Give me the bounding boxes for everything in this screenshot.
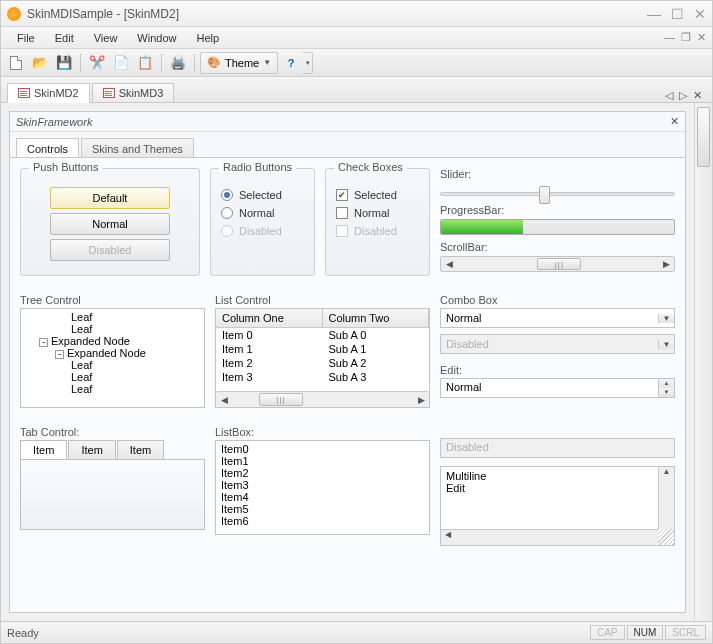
scrollbar-right-button[interactable]: ▶: [658, 259, 674, 269]
menu-view[interactable]: View: [84, 32, 128, 44]
spin-up[interactable]: ▲: [659, 379, 674, 388]
minimize-button[interactable]: —: [647, 7, 661, 21]
slider-thumb[interactable]: [539, 186, 550, 204]
print-button[interactable]: 🖨️: [167, 52, 189, 74]
listbox-item[interactable]: Item5: [218, 503, 427, 515]
listbox-item[interactable]: Item0: [218, 443, 427, 455]
tree-expand-icon[interactable]: -: [39, 338, 48, 347]
list-scroll-right[interactable]: ▶: [413, 395, 429, 405]
tree-node[interactable]: -Expanded Node: [23, 335, 202, 347]
theme-dropdown[interactable]: 🎨 Theme ▼: [200, 52, 278, 74]
list-row[interactable]: Item 1Sub A 1: [216, 342, 429, 356]
scrollbar-thumb[interactable]: |||: [537, 258, 581, 270]
maximize-button[interactable]: ☐: [671, 7, 684, 21]
status-scrl: SCRL: [665, 625, 706, 640]
radio-normal[interactable]: [221, 207, 233, 219]
tabctrl-tab-3[interactable]: Item: [117, 440, 164, 459]
spin-down[interactable]: ▼: [659, 388, 674, 397]
menu-window[interactable]: Window: [127, 32, 186, 44]
mdi-tab-skinmd2[interactable]: SkinMD2: [7, 83, 90, 103]
tree-node[interactable]: Leaf: [23, 383, 202, 395]
list-col-2[interactable]: Column Two: [323, 309, 430, 327]
statusbar: Ready CAP NUM SCRL: [1, 621, 712, 643]
listbox[interactable]: Item0Item1Item2Item3Item4Item5Item6: [215, 440, 430, 535]
multi-scroll-left[interactable]: ◀: [441, 530, 455, 545]
combobox-disabled: Disabled▼: [440, 334, 675, 354]
tree-node[interactable]: -Expanded Node: [23, 347, 202, 359]
menu-help[interactable]: Help: [186, 32, 229, 44]
default-button[interactable]: Default: [50, 187, 170, 209]
checkbox-normal[interactable]: [336, 207, 348, 219]
tab-skins-themes[interactable]: Skins and Themes: [81, 138, 194, 157]
combo-button[interactable]: ▼: [658, 314, 674, 323]
list-row[interactable]: Item 0Sub A 0: [216, 328, 429, 342]
scrollbar[interactable]: ◀ ||| ▶: [440, 256, 675, 272]
mdi-tab-skinmd3[interactable]: SkinMD3: [92, 83, 175, 102]
panel-close-button[interactable]: ✕: [670, 115, 679, 128]
checkbox-selected[interactable]: ✔: [336, 189, 348, 201]
tree-node[interactable]: Leaf: [23, 311, 202, 323]
tree-node[interactable]: Leaf: [23, 359, 202, 371]
tab-controls[interactable]: Controls: [16, 138, 79, 157]
radio-selected[interactable]: [221, 189, 233, 201]
multi-scroll-up[interactable]: ▲: [659, 467, 674, 481]
separator: [194, 54, 195, 72]
save-button[interactable]: 💾: [53, 52, 75, 74]
tree-expand-icon[interactable]: -: [55, 350, 64, 359]
list-row[interactable]: Item 2Sub A 2: [216, 356, 429, 370]
cut-button[interactable]: ✂️: [86, 52, 108, 74]
tabnav-close[interactable]: ✕: [693, 89, 702, 102]
progressbar: [440, 219, 675, 235]
mdi-close-button[interactable]: ✕: [697, 31, 706, 44]
client-vscroll-thumb[interactable]: [697, 107, 710, 167]
checkbox-disabled: [336, 225, 348, 237]
list-label: List Control: [215, 294, 430, 306]
chevron-down-icon: ▼: [263, 58, 271, 67]
scrollbar-label: ScrollBar:: [440, 241, 675, 253]
list-row[interactable]: Item 3Sub A 3: [216, 370, 429, 384]
tabnav-next[interactable]: ▷: [679, 89, 687, 102]
new-button[interactable]: [5, 52, 27, 74]
close-button[interactable]: ✕: [694, 7, 706, 21]
mdi-restore-button[interactable]: ❐: [681, 31, 691, 44]
document-icon: [18, 88, 30, 98]
paste-button[interactable]: 📋: [134, 52, 156, 74]
list-control[interactable]: Column One Column Two Item 0Sub A 0Item …: [215, 308, 430, 408]
normal-button[interactable]: Normal: [50, 213, 170, 235]
tree-label: Tree Control: [20, 294, 205, 306]
listbox-item[interactable]: Item4: [218, 491, 427, 503]
listbox-item[interactable]: Item2: [218, 467, 427, 479]
toolbar-overflow[interactable]: ▾: [303, 52, 313, 74]
listbox-item[interactable]: Item3: [218, 479, 427, 491]
resize-grip[interactable]: [658, 529, 674, 545]
group-check-boxes: Check Boxes: [334, 161, 407, 173]
combobox[interactable]: Normal▼: [440, 308, 675, 328]
scrollbar-left-button[interactable]: ◀: [441, 259, 457, 269]
tree-node[interactable]: Leaf: [23, 323, 202, 335]
listbox-item[interactable]: Item1: [218, 455, 427, 467]
list-scroll-left[interactable]: ◀: [216, 395, 232, 405]
progressbar-label: ProgressBar:: [440, 204, 675, 216]
open-button[interactable]: 📂: [29, 52, 51, 74]
menu-file[interactable]: File: [7, 32, 45, 44]
help-button[interactable]: ?: [280, 52, 302, 74]
listbox-item[interactable]: Item6: [218, 515, 427, 527]
tabnav-prev[interactable]: ◁: [665, 89, 673, 102]
document-icon: [103, 88, 115, 98]
client-vscroll[interactable]: [694, 103, 712, 621]
copy-button[interactable]: 📄: [110, 52, 132, 74]
separator: [80, 54, 81, 72]
tabctrl-tab-1[interactable]: Item: [20, 440, 67, 459]
tree-control[interactable]: LeafLeaf-Expanded Node-Expanded NodeLeaf…: [20, 308, 205, 408]
tree-node[interactable]: Leaf: [23, 371, 202, 383]
progressbar-fill: [441, 220, 523, 234]
slider-track[interactable]: [440, 192, 675, 196]
multiline-edit[interactable]: Multiline Edit ▲ ◀: [440, 466, 675, 546]
disabled-button: Disabled: [50, 239, 170, 261]
tabctrl-tab-2[interactable]: Item: [68, 440, 115, 459]
mdi-minimize-button[interactable]: —: [664, 31, 675, 44]
list-col-1[interactable]: Column One: [216, 309, 323, 327]
menu-edit[interactable]: Edit: [45, 32, 84, 44]
list-scroll-thumb[interactable]: |||: [259, 393, 303, 406]
edit-spinner[interactable]: Normal▲▼: [440, 378, 675, 398]
